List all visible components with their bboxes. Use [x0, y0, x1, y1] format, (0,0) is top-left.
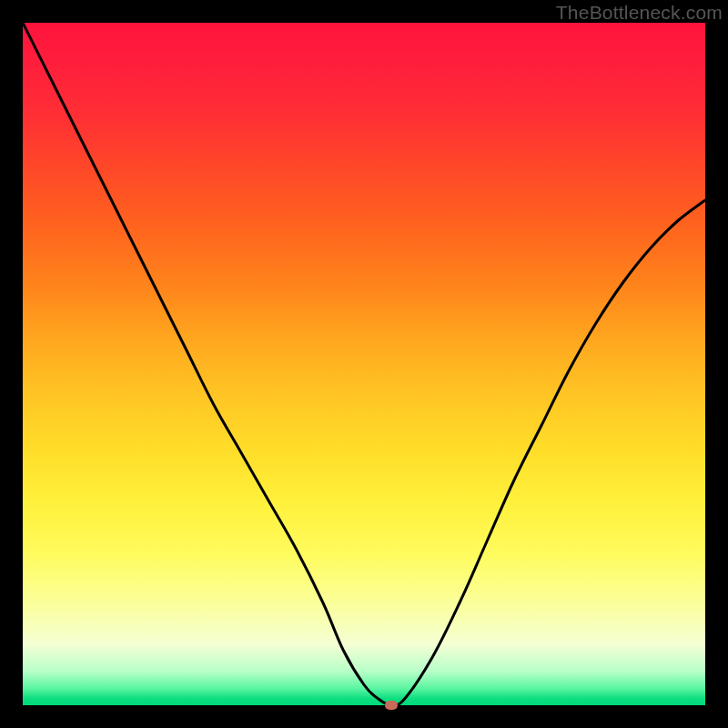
- plot-area: [23, 23, 705, 705]
- optimal-point-marker: [385, 701, 398, 710]
- watermark-text: TheBottleneck.com: [556, 2, 723, 24]
- chart-container: TheBottleneck.com: [0, 0, 728, 728]
- bottleneck-curve: [23, 23, 705, 705]
